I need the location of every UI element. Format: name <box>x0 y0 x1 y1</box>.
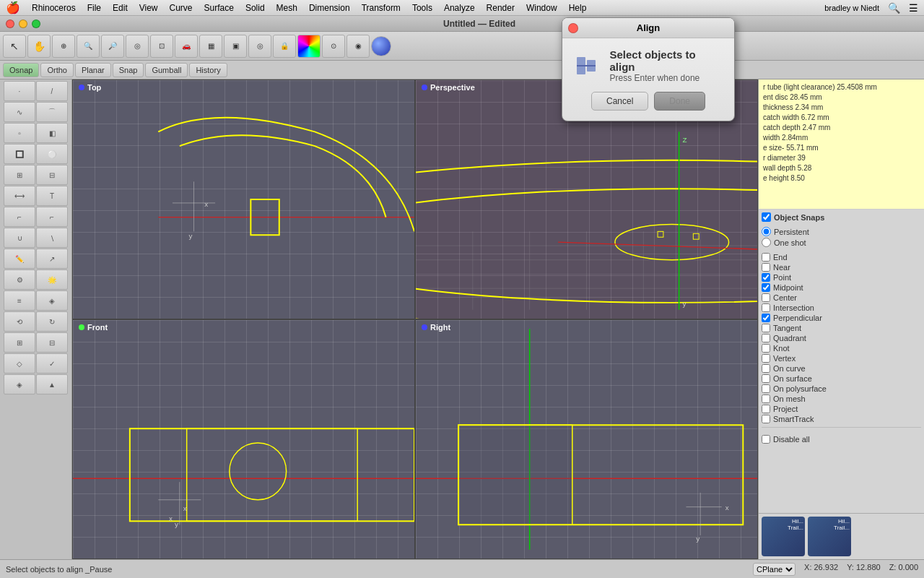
oneshot-radio[interactable] <box>762 238 771 247</box>
rotate-tool[interactable]: ↻ <box>36 311 68 332</box>
curves-tool[interactable]: ∿ <box>4 102 35 122</box>
object-tool[interactable]: ◈ <box>36 290 68 311</box>
transform-tool[interactable]: ↗ <box>36 249 68 269</box>
snap-vertex-checkbox[interactable] <box>762 354 770 363</box>
snap-onmesh-checkbox[interactable] <box>762 394 770 403</box>
dock-thumb-1[interactable]: Hil... Trail... <box>762 517 805 556</box>
menu-view[interactable]: View <box>139 3 158 13</box>
render-tool[interactable]: 🌟 <box>36 269 68 290</box>
ortho-button[interactable]: Ortho <box>40 63 74 77</box>
mesh-tool[interactable]: ⊞ <box>4 165 35 185</box>
snap-center-checkbox[interactable] <box>762 293 770 302</box>
menu-dimension[interactable]: Dimension <box>309 3 350 13</box>
extra4-tool[interactable]: ▲ <box>36 374 68 394</box>
viewport-front[interactable]: Front x x y <box>72 319 415 559</box>
snap-near-checkbox[interactable] <box>762 263 770 272</box>
fillet-tool[interactable]: ⌐ <box>4 207 35 227</box>
snap-end-checkbox[interactable] <box>762 253 770 262</box>
viewport-right[interactable]: Right x y <box>415 319 758 559</box>
array-tool[interactable]: ⊞ <box>4 332 35 353</box>
snap-quadrant-checkbox[interactable] <box>762 334 770 342</box>
wireframe-button[interactable]: ▦ <box>199 35 222 58</box>
lines-tool[interactable]: / <box>36 81 68 101</box>
planar-button[interactable]: Planar <box>75 63 111 77</box>
menu-transform[interactable]: Transform <box>362 3 401 13</box>
dialog-close-button[interactable] <box>568 23 578 33</box>
menu-edit[interactable]: Edit <box>113 3 128 13</box>
analyze-tool[interactable]: ⚙ <box>4 269 35 290</box>
menu-help[interactable]: Help <box>569 3 587 13</box>
menu-window[interactable]: Window <box>526 3 557 13</box>
solid-sphere-tool[interactable]: ⚪ <box>36 144 68 164</box>
lock-button[interactable]: 🔒 <box>273 35 296 58</box>
snap-onpolysurface-checkbox[interactable] <box>762 384 770 393</box>
sphere-button[interactable]: ⊙ <box>322 35 345 58</box>
circle-button[interactable]: ◉ <box>346 35 370 58</box>
mesh2-tool[interactable]: ⊟ <box>36 165 68 185</box>
extra1-tool[interactable]: ◇ <box>4 353 35 374</box>
menu-tools[interactable]: Tools <box>412 3 432 13</box>
done-button[interactable]: Done <box>654 92 705 111</box>
snap-perpendicular-checkbox[interactable] <box>762 314 770 322</box>
boolean-union-tool[interactable]: ∪ <box>4 228 35 248</box>
snap-smarttrack-checkbox[interactable] <box>762 415 770 423</box>
chamfer-tool[interactable]: ⌐ <box>36 207 68 227</box>
zoom-all-button[interactable]: 🔍 <box>77 35 100 58</box>
menu-rhinoceros[interactable]: Rhinoceros <box>32 3 76 13</box>
apple-menu[interactable]: 🍎 <box>6 1 20 14</box>
rendered-view-button[interactable]: 🚗 <box>175 35 198 58</box>
layer-tool[interactable]: ≡ <box>4 290 35 311</box>
snap-intersection-checkbox[interactable] <box>762 303 770 312</box>
shade-button[interactable]: ▣ <box>224 35 247 58</box>
disable-all-checkbox[interactable] <box>762 435 770 444</box>
edit-tool[interactable]: ✏️ <box>4 249 35 269</box>
maximize-button[interactable] <box>32 20 40 28</box>
select-tool-button[interactable]: ↖ <box>3 35 26 58</box>
menu-curve[interactable]: Curve <box>170 3 193 13</box>
close-button[interactable] <box>6 20 14 28</box>
point-button[interactable]: ◎ <box>248 35 271 58</box>
cancel-button[interactable]: Cancel <box>591 92 648 111</box>
gumball-button[interactable]: Gumball <box>145 63 188 77</box>
solid-box-tool[interactable]: 🔲 <box>4 144 35 164</box>
zoom-in-button[interactable]: ⊕ <box>52 35 75 58</box>
menu-render[interactable]: Render <box>487 3 515 13</box>
menu-analyze[interactable]: Analyze <box>444 3 475 13</box>
solid-sphere-button[interactable] <box>371 36 391 56</box>
snap-project-checkbox[interactable] <box>762 405 770 413</box>
menu-file[interactable]: File <box>87 3 101 13</box>
dock-thumb-2[interactable]: Hil... Trail... <box>808 517 851 556</box>
snap-tangent-checkbox[interactable] <box>762 324 770 332</box>
move-tool[interactable]: ⟲ <box>4 311 35 332</box>
minimize-button[interactable] <box>19 20 27 28</box>
zoom-selected-button[interactable]: ◎ <box>126 35 149 58</box>
zoom-window-button[interactable]: 🔎 <box>101 35 124 58</box>
surface2-tool[interactable]: ◧ <box>36 123 68 143</box>
snap-oncurve-checkbox[interactable] <box>762 364 770 373</box>
viewport-top[interactable]: Top x y <box>72 79 415 319</box>
pan-tool-button[interactable]: ✋ <box>27 35 51 58</box>
snap-onsurface-checkbox[interactable] <box>762 374 770 383</box>
color-button[interactable] <box>297 35 321 58</box>
mirror-tool[interactable]: ⊟ <box>36 332 68 353</box>
osnap-button[interactable]: Osnap <box>3 63 39 77</box>
extra3-tool[interactable]: ◈ <box>4 374 35 394</box>
snaps-enable-checkbox[interactable] <box>762 212 771 222</box>
menu-mesh[interactable]: Mesh <box>276 3 297 13</box>
snap-midpoint-checkbox[interactable] <box>762 283 770 292</box>
surface-tool[interactable]: ▫ <box>4 123 35 143</box>
dimension-tool[interactable]: ⟷ <box>4 186 35 206</box>
boolean-diff-tool[interactable]: ∖ <box>36 228 68 248</box>
zoom-extents-button[interactable]: ⊡ <box>150 35 173 58</box>
menu-surface[interactable]: Surface <box>204 3 234 13</box>
menu-extras-icon[interactable]: ☰ <box>909 2 918 14</box>
points-tool[interactable]: · <box>4 81 35 101</box>
text-tool[interactable]: T <box>36 186 68 206</box>
snap-button[interactable]: Snap <box>113 63 144 77</box>
cplane-select[interactable]: CPlane <box>753 563 796 576</box>
menu-solid[interactable]: Solid <box>245 3 265 13</box>
persistent-radio[interactable] <box>762 227 771 236</box>
curves2-tool[interactable]: ⌒ <box>36 102 68 122</box>
history-button[interactable]: History <box>189 63 227 77</box>
search-icon[interactable]: 🔍 <box>888 2 900 14</box>
